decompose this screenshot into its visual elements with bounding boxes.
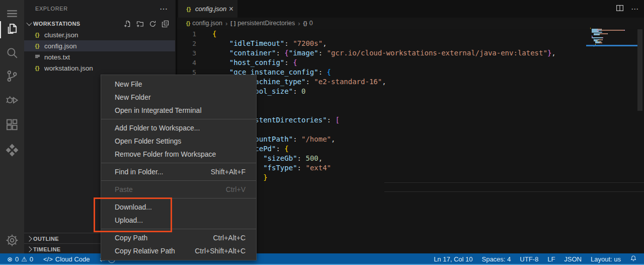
- status-text: 0: [30, 255, 33, 263]
- menu-item-label: Open Folder Settings: [115, 137, 246, 145]
- breadcrumb-item[interactable]: config.json: [192, 20, 222, 27]
- file-item-cluster.json[interactable]: {}cluster.json: [24, 29, 175, 40]
- activity-bar-item-search[interactable]: [0, 42, 24, 65]
- menu-item-copy-relative-path[interactable]: Copy Relative PathCtrl+Shift+Alt+C: [101, 244, 256, 257]
- status-text: Spaces: 4: [481, 255, 511, 263]
- status-text: LF: [547, 255, 555, 263]
- menu-item-upload[interactable]: Upload...: [101, 214, 256, 227]
- json-braces-icon: {}: [33, 65, 42, 71]
- status-encoding[interactable]: UTF-8: [520, 255, 538, 263]
- status-notifications[interactable]: [630, 255, 637, 263]
- minimap-line: [600, 33, 607, 34]
- file-item-workstation.json[interactable]: {}workstation.json: [24, 62, 175, 74]
- status-cloud-code[interactable]: </>Cloud Code: [43, 255, 90, 263]
- menu-item-download[interactable]: Download...: [101, 201, 256, 214]
- warning-icon: ⚠: [21, 255, 27, 263]
- collapse-all-icon[interactable]: [161, 20, 169, 28]
- cloud-code-icon: [6, 144, 19, 159]
- file-item-notes.txt[interactable]: notes.txt: [24, 51, 175, 62]
- menu-item-add-folder-to-workspace[interactable]: Add Folder to Workspace...: [101, 121, 256, 135]
- file-name: workstation.json: [44, 64, 93, 72]
- file-item-config.json[interactable]: {}config.json: [24, 40, 175, 51]
- menu-separator: [101, 119, 256, 119]
- menu-separator: [101, 198, 256, 198]
- status-indentation[interactable]: Spaces: 4: [481, 255, 511, 263]
- menu-separator: [101, 180, 256, 181]
- workspace-section-header[interactable]: WORKSTATIONS: [24, 18, 175, 29]
- tab-config-json[interactable]: {} config.json ×: [178, 0, 237, 18]
- sidebar-header: EXPLORER ⋯: [24, 0, 175, 17]
- menu-item-find-in-folder[interactable]: Find in Folder...Shift+Alt+F: [101, 165, 256, 178]
- files-icon: [6, 22, 19, 37]
- breadcrumb-item[interactable]: persistentDirectories: [237, 20, 295, 27]
- new-folder-icon[interactable]: [136, 20, 144, 28]
- context-menu: New FileNew FolderOpen in Integrated Ter…: [101, 75, 257, 260]
- workspace-name: WORKSTATIONS: [33, 21, 123, 27]
- minimap-line: [594, 34, 598, 35]
- line-number: 3: [177, 48, 196, 58]
- status-text: JSON: [564, 255, 582, 263]
- status-text: Cloud Code: [55, 255, 90, 263]
- activity-bar-item-extensions[interactable]: [0, 114, 24, 138]
- menu-separator: [101, 163, 256, 163]
- activity-bar-item-source-control[interactable]: [0, 65, 24, 89]
- menu-item-label: Paste: [115, 185, 226, 193]
- menu-item-copy-path[interactable]: Copy PathCtrl+Alt+C: [101, 231, 256, 244]
- minimap[interactable]: [590, 0, 636, 253]
- status-bar-right: Ln 17, Col 10Spaces: 4UTF-8LFJSONLayout:…: [434, 255, 644, 263]
- menu-item-shortcut: Ctrl+V: [226, 185, 246, 193]
- vertical-scrollbar[interactable]: [637, 29, 642, 111]
- sidebar-more-actions-icon[interactable]: ⋯: [159, 4, 168, 14]
- json-object-icon: {}: [186, 20, 190, 26]
- line-number: 1: [177, 29, 196, 39]
- file-name: notes.txt: [44, 53, 70, 61]
- json-braces-icon: {}: [33, 32, 42, 38]
- activity-bar-item-explorer[interactable]: [0, 18, 24, 41]
- breadcrumb-separator: ›: [298, 20, 300, 27]
- breadcrumb-item[interactable]: 0: [309, 20, 313, 27]
- line-number: 2: [177, 39, 196, 48]
- status-eol[interactable]: LF: [547, 255, 555, 263]
- close-icon[interactable]: ×: [229, 5, 233, 13]
- minimap-line: [602, 30, 624, 31]
- breadcrumb[interactable]: {}config.json›[ ]persistentDirectories›{…: [177, 18, 644, 29]
- menu-item-new-file[interactable]: New File: [101, 78, 256, 91]
- menu-item-remove-folder-from-workspace[interactable]: Remove Folder from Workspace: [101, 148, 256, 161]
- minimap-line: [595, 42, 599, 43]
- menu-item-paste: PasteCtrl+V: [101, 183, 256, 196]
- minimap-line: [599, 34, 600, 35]
- error-icon: ⊗: [7, 255, 13, 263]
- activity-bar-item-run-debug[interactable]: [0, 90, 24, 113]
- menu-item-label: Add Folder to Workspace...: [115, 124, 246, 132]
- activity-bar-item-settings[interactable]: [0, 230, 24, 253]
- file-name: config.json: [44, 42, 77, 50]
- new-file-icon[interactable]: [123, 20, 131, 28]
- tab-label: config.json: [195, 5, 229, 13]
- breadcrumb-separator: ›: [225, 20, 227, 27]
- menu-item-open-folder-settings[interactable]: Open Folder Settings: [101, 135, 256, 148]
- bell-icon: [630, 255, 637, 263]
- line-number: 4: [177, 58, 196, 68]
- minimap-line: [600, 42, 602, 43]
- activity-bar-item-cloud-code[interactable]: [0, 140, 24, 163]
- menu-item-label: Open in Integrated Terminal: [115, 106, 246, 114]
- menu-item-open-in-integrated-terminal[interactable]: Open in Integrated Terminal: [101, 104, 256, 117]
- menu-item-label: Upload...: [115, 216, 246, 224]
- minimap-current-line: [586, 45, 637, 46]
- code-line-1: {: [212, 29, 216, 39]
- menu-item-new-folder[interactable]: New Folder: [101, 91, 256, 104]
- menu-item-label: Find in Folder...: [115, 168, 211, 176]
- refresh-icon[interactable]: [148, 20, 156, 28]
- status-language-mode[interactable]: JSON: [564, 255, 582, 263]
- chevron-right-icon: [26, 246, 32, 252]
- code-line-4: "host_config": {: [212, 58, 297, 68]
- status-text: Ln 17, Col 10: [434, 255, 472, 263]
- status-keyboard-layout[interactable]: Layout: us: [591, 255, 621, 263]
- minimap-line: [590, 28, 591, 29]
- code-line-2: "idleTimeout": "7200s",: [212, 39, 327, 48]
- section-label: OUTLINE: [33, 236, 59, 242]
- status-cursor-position[interactable]: Ln 17, Col 10: [434, 255, 472, 263]
- chevron-down-icon: [26, 20, 32, 26]
- status-problems[interactable]: ⊗0⚠0: [7, 255, 33, 263]
- status-text: UTF-8: [520, 255, 538, 263]
